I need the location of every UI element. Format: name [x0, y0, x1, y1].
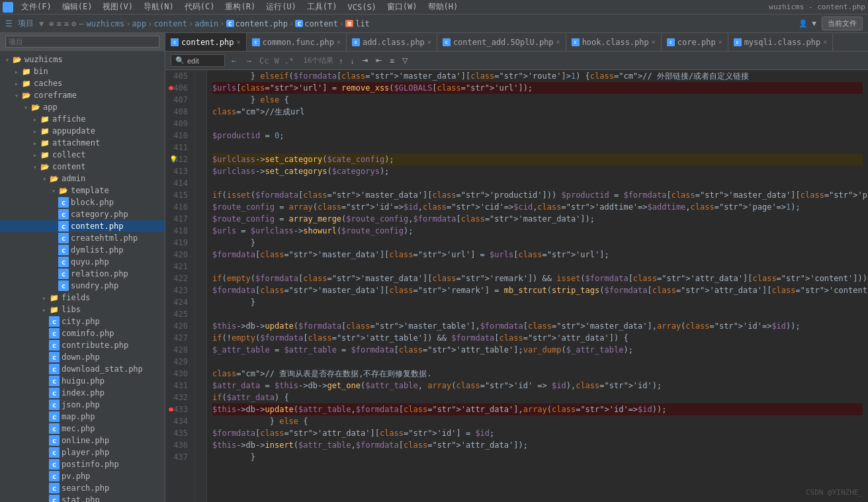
- tab-content-php[interactable]: c content.php ×: [165, 33, 247, 52]
- php-icon: c: [49, 423, 60, 434]
- tab-content_add-5OplU-php[interactable]: c content_add.5OplU.php ×: [437, 33, 566, 52]
- breadcrumb-item-4[interactable]: admin: [195, 19, 218, 28]
- close-tab-btn[interactable]: ×: [337, 38, 341, 46]
- breadcrumb-item-2[interactable]: app: [132, 19, 146, 28]
- tree-label: postinfo.php: [62, 460, 119, 469]
- tree-label: affiche: [52, 114, 86, 124]
- menu-view[interactable]: 视图(V): [100, 1, 136, 13]
- tree-item-index-php[interactable]: cindex.php: [0, 387, 165, 399]
- tree-item-attachment[interactable]: ▸📁attachment: [0, 137, 165, 149]
- tree-item-appupdate[interactable]: ▸📁appupdate: [0, 125, 165, 137]
- format-btn[interactable]: ≡: [387, 56, 396, 66]
- tree-item-dymlist-php[interactable]: cdymlist.php: [0, 244, 165, 256]
- tree-item-libs[interactable]: ▸📁libs: [0, 304, 165, 315]
- close-tab-btn[interactable]: ×: [236, 38, 240, 46]
- tab-mysqli-class-php[interactable]: c mysqli.class.php ×: [728, 33, 834, 52]
- close-tab-btn[interactable]: ×: [427, 38, 431, 46]
- tab-add-class-php[interactable]: c add.class.php ×: [347, 33, 437, 52]
- tree-item-relation-php[interactable]: crelation.php: [0, 268, 165, 280]
- tree-item-caches[interactable]: ▸📁caches: [0, 77, 165, 89]
- tree-item-json-php[interactable]: cjson.php: [0, 399, 165, 411]
- tree-item-collect[interactable]: ▸📁collect: [0, 149, 165, 161]
- menu-edit[interactable]: 编辑(E): [60, 1, 95, 13]
- breadcrumb-item-6[interactable]: content: [304, 19, 338, 28]
- breadcrumb-m-icon: m: [345, 20, 353, 27]
- project-label[interactable]: 项目: [18, 18, 34, 29]
- code-line-431: $attr_data = $this->db->get_one($attr_ta…: [212, 380, 863, 392]
- tab-common-func-php[interactable]: c common.func.php ×: [247, 33, 347, 52]
- menu-code[interactable]: 代码(C): [182, 1, 218, 13]
- code-content[interactable]: } elseif($formdata[class="str">'master_d…: [207, 70, 868, 502]
- tree-item-download_stat-php[interactable]: cdownload_stat.php: [0, 363, 165, 375]
- menu-nav[interactable]: 导航(N): [141, 1, 177, 13]
- tree-item-quyu-php[interactable]: cquyu.php: [0, 256, 165, 268]
- tree-item-city-php[interactable]: ccity.php: [0, 315, 165, 327]
- tree-item-bin[interactable]: ▸📁bin: [0, 65, 165, 77]
- tree-item-content-php[interactable]: ccontent.php: [0, 220, 165, 232]
- tab-core-php[interactable]: c core.php ×: [662, 33, 728, 52]
- tree-item-map-php[interactable]: cmap.php: [0, 411, 165, 423]
- breadcrumb-tab-icon: c: [295, 20, 303, 27]
- search-next-btn[interactable]: →: [243, 56, 255, 66]
- php-icon: c: [49, 459, 60, 470]
- tree-item-online-php[interactable]: conline.php: [0, 435, 165, 446]
- tree-item-block-php[interactable]: cblock.php: [0, 196, 165, 208]
- close-tab-btn[interactable]: ×: [652, 38, 656, 46]
- tree-label: contribute.php: [62, 341, 128, 350]
- tree-item-content[interactable]: ▾📂content: [0, 161, 165, 173]
- tree-item-mec-php[interactable]: cmec.php: [0, 423, 165, 435]
- menu-refactor[interactable]: 重构(R): [222, 1, 258, 13]
- menu-tools[interactable]: 工具(T): [304, 1, 340, 13]
- tree-item-template[interactable]: ▾📂template: [0, 185, 165, 196]
- sidebar-search[interactable]: [5, 36, 159, 48]
- menu-vcs[interactable]: VCS(S): [345, 3, 379, 12]
- tree-item-wuzhicms[interactable]: ▾📂wuzhicms: [0, 54, 165, 65]
- user-icon[interactable]: 👤 ▼: [799, 19, 816, 28]
- tree-item-search-php[interactable]: csearch.php: [0, 482, 165, 494]
- tree-item-contribute-php[interactable]: ccontribute.php: [0, 339, 165, 351]
- tree-item-huigu-php[interactable]: chuigu.php: [0, 375, 165, 387]
- close-tab-btn[interactable]: ×: [718, 38, 722, 46]
- tree-item-createhtml-php[interactable]: ccreatehtml.php: [0, 232, 165, 244]
- tree-item-affiche[interactable]: ▸📁affiche: [0, 113, 165, 125]
- line-number-432: 432: [168, 392, 192, 403]
- breadcrumb-item-1[interactable]: wuzhicms: [86, 19, 124, 28]
- tree-item-fields[interactable]: ▸📁fields: [0, 292, 165, 304]
- tree-item-postinfo-php[interactable]: cpostinfo.php: [0, 458, 165, 470]
- tab-label: add.class.php: [363, 38, 425, 47]
- menu-help[interactable]: 帮助(H): [425, 1, 461, 13]
- editor-search-box[interactable]: 🔍: [171, 54, 225, 67]
- menu-run[interactable]: 运行(U): [263, 1, 299, 13]
- search-prev-btn[interactable]: ←: [228, 56, 240, 66]
- code-editor[interactable]: 405●406407408409410411412413414415416417…: [165, 70, 868, 502]
- tab-icon: c: [572, 38, 580, 46]
- tree-item-admin[interactable]: ▾📂admin: [0, 173, 165, 185]
- tree-item-app[interactable]: ▾📂app: [0, 101, 165, 113]
- menu-window[interactable]: 窗口(W): [384, 1, 420, 13]
- tree-item-category-php[interactable]: ccategory.php: [0, 208, 165, 220]
- breadcrumb-item-3[interactable]: content: [153, 19, 187, 28]
- unindent-btn[interactable]: ⇤: [373, 55, 384, 66]
- tab-hook-class-php[interactable]: c hook.class.php ×: [566, 33, 662, 52]
- breadcrumb-item-5[interactable]: content.php: [236, 19, 288, 28]
- tree-item-cominfo-php[interactable]: ccominfo.php: [0, 327, 165, 339]
- tree-item-down-php[interactable]: cdown.php: [0, 351, 165, 363]
- filter-btn[interactable]: ▽: [400, 55, 410, 66]
- nav-down-btn[interactable]: ↓: [348, 56, 357, 66]
- nav-up-btn[interactable]: ↑: [336, 56, 345, 66]
- tree-item-coreframe[interactable]: ▾📂coreframe: [0, 89, 165, 101]
- gutter-cell-416: [195, 201, 206, 213]
- tree-item-sundry-php[interactable]: csundry.php: [0, 280, 165, 292]
- search-input[interactable]: [187, 57, 220, 65]
- current-file-btn[interactable]: 当前文件: [822, 17, 863, 30]
- tree-item-stat-php[interactable]: cstat.php: [0, 494, 165, 502]
- tree-item-player-php[interactable]: cplayer.php: [0, 446, 165, 458]
- tree-item-pv-php[interactable]: cpv.php: [0, 470, 165, 482]
- breadcrumb-item-7[interactable]: lit: [355, 19, 370, 28]
- indent-btn[interactable]: ⇥: [359, 55, 370, 66]
- line-number-425: 425: [168, 308, 192, 320]
- arrow-icon: ▾: [40, 175, 49, 183]
- close-tab-btn[interactable]: ×: [823, 38, 827, 46]
- close-tab-btn[interactable]: ×: [556, 38, 560, 46]
- menu-file[interactable]: 文件(F): [19, 1, 54, 13]
